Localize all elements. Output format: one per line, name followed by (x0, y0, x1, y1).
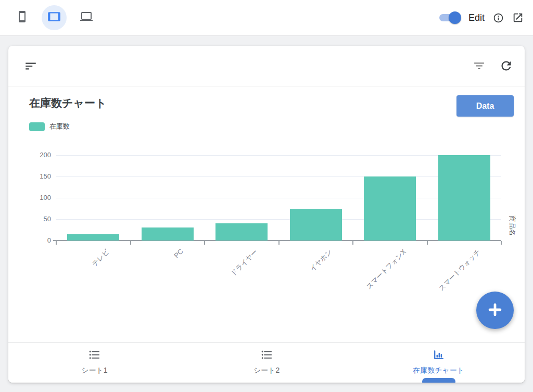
x-axis-tick (56, 241, 57, 245)
add-record-fab[interactable] (476, 292, 514, 329)
x-tick-label: PC (172, 247, 184, 259)
y-tick-label: 150 (22, 172, 51, 180)
top-toolbar: Edit (0, 0, 533, 36)
bottom-tab-bar: シート1 シート2 在庫数チャート (8, 342, 525, 383)
info-icon[interactable] (493, 12, 504, 23)
chart-bar (215, 223, 268, 241)
edit-toggle[interactable] (439, 13, 460, 22)
x-tick-label: スマートフォンX (364, 247, 408, 291)
x-axis-tick (204, 241, 205, 245)
chart-bar (438, 155, 490, 241)
chart-bar (364, 176, 416, 241)
app-preview-card: 在庫数チャート Data 在庫数 050100150200テレビPCドライヤーイ… (8, 46, 525, 383)
chart-bar (142, 227, 194, 241)
chart-legend: 在庫数 (29, 122, 70, 131)
x-tick-label: スマートウォッチ (437, 247, 483, 293)
edit-toggle-thumb (449, 11, 461, 24)
y-tick-label: 0 (22, 236, 51, 244)
data-button[interactable]: Data (456, 95, 514, 117)
bar-chart-icon (432, 348, 445, 363)
gridline (56, 176, 501, 177)
plus-icon (486, 301, 504, 320)
y-tick-label: 100 (22, 194, 51, 201)
edit-label: Edit (468, 12, 485, 23)
x-axis-tick (278, 241, 280, 245)
device-mode-switcher (9, 5, 99, 30)
legend-label: 在庫数 (49, 122, 70, 131)
chart-bar (290, 209, 342, 241)
tablet-preview-button[interactable] (42, 5, 67, 30)
tab-sheet2[interactable]: シート2 (181, 343, 353, 383)
x-axis-tick (130, 241, 131, 245)
gridline (56, 155, 501, 156)
y-tick-label: 50 (22, 215, 51, 223)
bar-chart: 050100150200テレビPCドライヤーイヤホンスマートフォンXスマートウォ… (56, 155, 501, 241)
list-icon (88, 348, 101, 363)
app-header-bar (8, 46, 525, 86)
laptop-preview-button[interactable] (74, 5, 99, 30)
x-axis-line (53, 240, 501, 241)
x-tick-label: ドライヤー (229, 247, 260, 279)
x-axis-tick (427, 241, 428, 245)
x-axis-tick (352, 241, 353, 245)
x-tick-label: テレビ (90, 247, 111, 269)
filter-icon[interactable] (473, 59, 486, 72)
phone-preview-button[interactable] (9, 5, 34, 30)
active-tab-indicator (422, 378, 455, 383)
tab-label: 在庫数チャート (413, 366, 464, 375)
list-icon (260, 348, 273, 363)
tab-label: シート1 (81, 366, 107, 375)
gridline (56, 219, 501, 220)
tab-inventory-chart[interactable]: 在庫数チャート (352, 343, 525, 383)
open-in-new-icon[interactable] (512, 12, 524, 23)
gridline (56, 198, 501, 198)
chart-bar (67, 234, 119, 241)
legend-swatch (29, 122, 45, 131)
page-title: 在庫数チャート (29, 96, 106, 110)
x-tick-label: イヤホン (308, 247, 334, 273)
edit-controls: Edit (439, 12, 524, 23)
tab-label: シート2 (253, 366, 280, 375)
x-axis-title: 商品名 (507, 216, 517, 236)
menu-icon[interactable] (24, 59, 37, 73)
y-tick-label: 200 (22, 151, 51, 159)
phone-icon (16, 10, 28, 25)
refresh-icon[interactable] (499, 59, 513, 73)
tab-sheet1[interactable]: シート1 (8, 343, 181, 383)
tablet-icon (47, 10, 61, 26)
x-axis-tick (501, 241, 502, 245)
laptop-icon (80, 10, 93, 25)
